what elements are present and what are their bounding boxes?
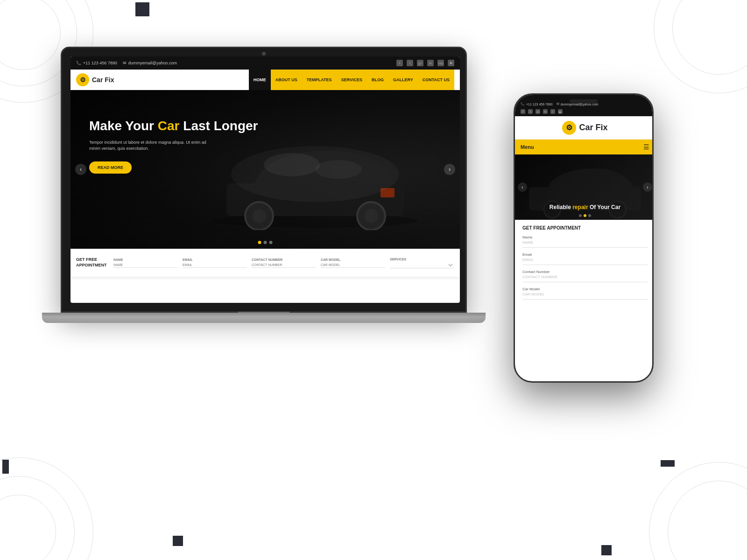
topbar-contact-info: 📞 +11 123 456 7890 ✉ dummyemail@yahoo.co… bbox=[76, 61, 177, 65]
phone-notch bbox=[570, 99, 598, 103]
rss-icon[interactable]: rss bbox=[437, 60, 444, 66]
hero-dot-1[interactable] bbox=[258, 241, 261, 244]
carmodel-input[interactable] bbox=[321, 262, 385, 268]
phone-googleplus-icon[interactable]: g bbox=[536, 109, 540, 114]
site-navigation: HOME ABOUT US TEMPLATES SERVICES BLOG GA… bbox=[249, 70, 454, 90]
contact-input[interactable] bbox=[252, 262, 316, 268]
phone-hero-next-arrow[interactable]: › bbox=[643, 182, 652, 192]
appointment-email-field: Email bbox=[183, 258, 247, 268]
phone-hero-prev-arrow[interactable]: ‹ bbox=[518, 182, 527, 192]
hero-subtitle: Tempor incididunt ut labore et dolore ma… bbox=[89, 140, 211, 152]
nav-about[interactable]: ABOUT US bbox=[271, 70, 302, 90]
laptop-body: 📞 +11 123 456 7890 ✉ dummyemail@yahoo.co… bbox=[61, 47, 467, 313]
phone-hero-text: Reliable repair Of Your Car bbox=[538, 204, 632, 210]
phone-logo-gear-icon: ⚙ bbox=[562, 121, 576, 135]
nav-gallery[interactable]: GALLERY bbox=[388, 70, 418, 90]
googleplus-icon[interactable]: g+ bbox=[417, 60, 423, 66]
deco-square-3 bbox=[661, 460, 675, 467]
phone-dot-2[interactable] bbox=[584, 214, 586, 217]
phone-email-group: Email EMAIL bbox=[522, 252, 648, 265]
name-label: Name bbox=[113, 258, 178, 261]
youtube-icon[interactable]: ▶ bbox=[448, 60, 454, 66]
phone-menu-label: Menu bbox=[521, 144, 534, 150]
topbar-email: ✉ dummyemail@yahoo.com bbox=[123, 61, 177, 65]
name-input[interactable] bbox=[113, 262, 178, 268]
nav-contact[interactable]: CONTACT US bbox=[418, 70, 454, 90]
twitter-icon[interactable]: t bbox=[407, 60, 413, 66]
nav-services[interactable]: SERVICES bbox=[337, 70, 367, 90]
hero-cta-button[interactable]: READ MORE bbox=[89, 161, 132, 174]
svg-point-9 bbox=[315, 160, 362, 179]
nav-blog[interactable]: BLOG bbox=[367, 70, 388, 90]
phone-carmodel-input[interactable]: CAR MODEL bbox=[522, 292, 648, 296]
phone-mockup: 📞 +11 123 456 7890 ✉ dummyemail@yahoo.co… bbox=[514, 93, 654, 383]
phone-facebook-icon[interactable]: f bbox=[521, 109, 525, 114]
appointment-contact-field: Contact Number bbox=[252, 258, 316, 268]
deco-square-5 bbox=[601, 545, 612, 555]
website-content: 📞 +11 123 456 7890 ✉ dummyemail@yahoo.co… bbox=[70, 56, 460, 303]
site-header: ⚙ Car Fix HOME ABOUT US TEMPLATES SERVIC… bbox=[70, 70, 460, 90]
phone-email-input[interactable]: EMAIL bbox=[522, 258, 648, 262]
phone-phone: 📞 +11 123 456 7890 bbox=[521, 102, 553, 106]
phone-carmodel-group: Car Model CAR MODEL bbox=[522, 287, 648, 300]
deco-square-4 bbox=[173, 536, 183, 546]
svg-point-8 bbox=[264, 153, 320, 176]
appointment-name-field: Name bbox=[113, 258, 178, 268]
laptop-camera bbox=[262, 52, 266, 56]
phone-hero-dots bbox=[579, 214, 591, 217]
phone-hero-section: ‹ Reliable repair Of Your Car › bbox=[515, 154, 654, 220]
contact-label: Contact Number bbox=[252, 258, 316, 261]
phone-email-icon: ✉ bbox=[557, 102, 559, 106]
phone-dot-1[interactable] bbox=[579, 214, 582, 217]
hero-title: Make Your Car Last Longer bbox=[89, 118, 258, 134]
carmodel-label: Car Model bbox=[321, 258, 385, 261]
facebook-icon[interactable]: f bbox=[396, 60, 403, 66]
nav-templates[interactable]: TEMPLATES bbox=[302, 70, 337, 90]
phone-carmodel-label: Car Model bbox=[522, 287, 648, 291]
appointment-services-field: Services bbox=[390, 258, 454, 268]
phone-logo-bar: ⚙ Car Fix bbox=[515, 116, 654, 140]
site-logo: ⚙ Car Fix bbox=[76, 73, 249, 86]
appointment-bar: GET FREE APPOINTMENT Name Email Contact … bbox=[70, 249, 460, 277]
services-select[interactable] bbox=[390, 262, 454, 268]
hero-dot-2[interactable] bbox=[264, 241, 267, 244]
phone-linkedin-icon[interactable]: in bbox=[543, 109, 548, 114]
appointment-title: GET FREE APPOINTMENT bbox=[76, 257, 109, 268]
nav-home[interactable]: HOME bbox=[249, 70, 271, 90]
phone-menu-bar: Menu ☰ bbox=[515, 140, 654, 154]
phone-appointment-section: GET FREE APPOINTMENT Name NAME Email EMA… bbox=[515, 220, 654, 310]
phone-name-input[interactable]: NAME bbox=[522, 240, 648, 245]
phone-body: 📞 +11 123 456 7890 ✉ dummyemail@yahoo.co… bbox=[514, 93, 654, 383]
deco-square-1 bbox=[135, 2, 149, 16]
svg-point-5 bbox=[364, 209, 378, 223]
deco-square-2 bbox=[2, 460, 9, 474]
phone-name-group: Name NAME bbox=[522, 235, 648, 248]
laptop-screen: 📞 +11 123 456 7890 ✉ dummyemail@yahoo.co… bbox=[70, 56, 460, 303]
hero-section: ‹ Make Your Car Last Longer Tempor incid… bbox=[70, 90, 460, 249]
phone-contact-group: Contact Number CONTACT NUMBER bbox=[522, 270, 648, 282]
appointment-carmodel-field: Car Model bbox=[321, 258, 385, 268]
linkedin-icon[interactable]: in bbox=[427, 60, 434, 66]
phone-screen: 📞 +11 123 456 7890 ✉ dummyemail@yahoo.co… bbox=[515, 95, 654, 383]
laptop-base bbox=[42, 313, 486, 323]
hero-prev-arrow[interactable]: ‹ bbox=[75, 164, 86, 175]
phone-dot-3[interactable] bbox=[588, 214, 591, 217]
phone-name-label: Name bbox=[522, 235, 648, 239]
phone-phone-icon: 📞 bbox=[521, 102, 525, 106]
phone-social-bar: f t g in r ▶ bbox=[515, 109, 654, 116]
phone-rss-icon[interactable]: r bbox=[550, 109, 555, 114]
email-input[interactable] bbox=[183, 262, 247, 268]
phone-twitter-icon[interactable]: t bbox=[528, 109, 533, 114]
phone-logo: ⚙ Car Fix bbox=[562, 121, 607, 135]
phone-youtube-icon[interactable]: ▶ bbox=[558, 109, 563, 114]
hero-dot-3[interactable] bbox=[269, 241, 273, 244]
site-topbar: 📞 +11 123 456 7890 ✉ dummyemail@yahoo.co… bbox=[70, 56, 460, 70]
laptop-mockup: 📞 +11 123 456 7890 ✉ dummyemail@yahoo.co… bbox=[61, 47, 486, 364]
phone-menu-icon[interactable]: ☰ bbox=[643, 143, 649, 151]
phone-contact-input[interactable]: CONTACT NUMBER bbox=[522, 275, 648, 279]
email-icon: ✉ bbox=[123, 61, 127, 65]
hero-next-arrow[interactable]: › bbox=[444, 164, 455, 175]
phone-contact-label: Contact Number bbox=[522, 270, 648, 274]
topbar-social-links: f t g+ in rss ▶ bbox=[396, 60, 454, 66]
logo-gear-icon: ⚙ bbox=[76, 73, 89, 86]
